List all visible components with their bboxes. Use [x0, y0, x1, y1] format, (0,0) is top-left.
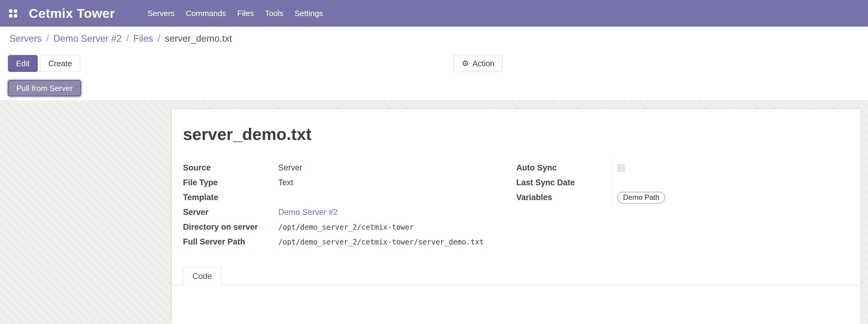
field-label: File Type	[183, 178, 278, 187]
breadcrumb-servers[interactable]: Servers	[9, 33, 42, 44]
breadcrumb-demo-server[interactable]: Demo Server #2	[53, 33, 122, 44]
field-auto-sync: Auto Sync	[516, 161, 849, 175]
tab-code-content	[183, 285, 849, 322]
nav-item-servers[interactable]: Servers	[148, 9, 175, 18]
nav-item-commands[interactable]: Commands	[186, 9, 226, 18]
field-column-right: Auto Sync Last Sync Date Variables Demo …	[516, 161, 849, 249]
field-label: Directory on server	[183, 222, 278, 232]
field-label: Source	[183, 163, 278, 172]
field-grid: Source Server File Type Text Template Se…	[183, 161, 849, 249]
field-label: Variables	[516, 193, 612, 202]
nav-item-settings[interactable]: Settings	[294, 9, 323, 18]
top-navbar: Cetmix Tower Servers Commands Files Tool…	[0, 0, 868, 27]
nav-item-files[interactable]: Files	[237, 9, 254, 18]
field-label: Template	[183, 193, 278, 202]
field-label: Server	[183, 208, 278, 217]
breadcrumb-separator: /	[158, 33, 160, 44]
form-view-background: server_demo.txt Source Server File Type …	[0, 101, 868, 324]
field-value-cell: Demo Path	[612, 190, 849, 205]
field-variables: Variables Demo Path	[516, 190, 849, 205]
breadcrumb-files[interactable]: Files	[133, 33, 153, 44]
breadcrumb-separator: /	[46, 33, 49, 44]
main-menu: Servers Commands Files Tools Settings	[148, 9, 323, 18]
field-full-server-path: Full Server Path /opt/demo_server_2/cetm…	[183, 234, 516, 249]
field-label: Full Server Path	[183, 237, 278, 247]
field-column-left: Source Server File Type Text Template Se…	[183, 161, 516, 249]
breadcrumb: Servers / Demo Server #2 / Files / serve…	[0, 27, 868, 51]
control-panel: Servers / Demo Server #2 / Files / serve…	[0, 27, 868, 101]
breadcrumb-current: server_demo.txt	[165, 33, 232, 44]
edit-button[interactable]: Edit	[8, 55, 38, 72]
field-value-cell	[612, 161, 849, 175]
field-directory-on-server: Directory on server /opt/demo_server_2/c…	[183, 220, 516, 234]
variable-tag: Demo Path	[617, 192, 665, 203]
create-button[interactable]: Create	[40, 55, 80, 72]
field-label: Auto Sync	[516, 163, 612, 172]
form-sheet: server_demo.txt Source Server File Type …	[172, 109, 861, 324]
field-template: Template	[183, 190, 516, 205]
field-value: /opt/demo_server_2/cetmix-tower/server_d…	[278, 238, 484, 246]
tab-code[interactable]: Code	[183, 267, 221, 285]
field-value: Text	[278, 178, 293, 187]
breadcrumb-separator: /	[126, 33, 129, 44]
field-file-type: File Type Text	[183, 175, 516, 190]
field-last-sync-date: Last Sync Date	[516, 175, 849, 190]
auto-sync-checkbox[interactable]	[617, 164, 625, 172]
button-row: Edit Create ⚙ Action	[0, 51, 868, 76]
record-title: server_demo.txt	[183, 125, 849, 144]
action-button[interactable]: ⚙ Action	[454, 55, 503, 72]
screen: { "navbar": { "brand": "Cetmix Tower", "…	[0, 0, 868, 324]
field-value: Server	[278, 163, 303, 172]
field-source: Source Server	[183, 161, 516, 175]
statusbar: Pull from Server	[0, 76, 868, 100]
server-link[interactable]: Demo Server #2	[278, 208, 338, 217]
gear-icon: ⚙	[462, 60, 469, 67]
nav-item-tools[interactable]: Tools	[265, 9, 283, 18]
apps-grid-icon[interactable]	[9, 9, 17, 18]
field-value: /opt/demo_server_2/cetmix-tower	[278, 223, 414, 231]
field-value-cell	[612, 175, 849, 190]
pull-from-server-button[interactable]: Pull from Server	[8, 80, 81, 96]
field-label: Last Sync Date	[516, 178, 612, 187]
notebook-tabs: Code	[172, 267, 861, 285]
app-brand[interactable]: Cetmix Tower	[29, 6, 115, 21]
action-button-label: Action	[472, 59, 494, 68]
tab-code-label: Code	[192, 272, 212, 281]
field-server: Server Demo Server #2	[183, 205, 516, 220]
